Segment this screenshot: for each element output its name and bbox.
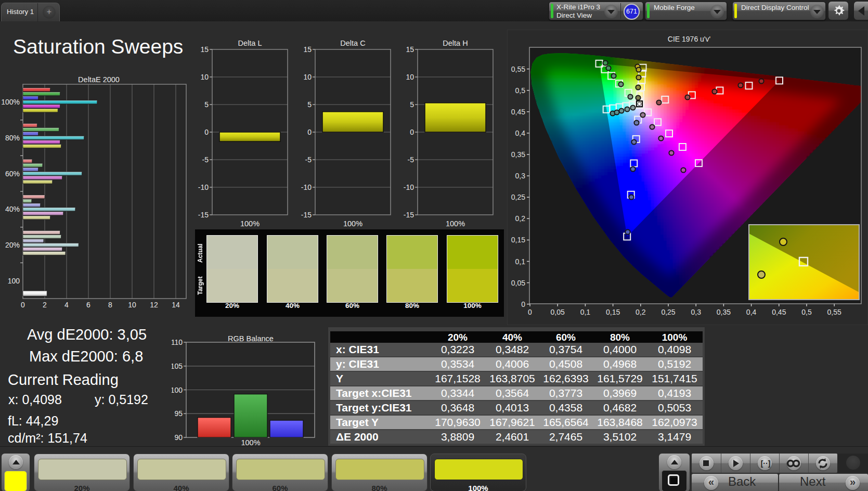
- svg-text:-15: -15: [198, 211, 209, 219]
- svg-text:0,05: 0,05: [551, 308, 565, 316]
- svg-text:100%: 100%: [241, 438, 260, 447]
- svg-text:0,25: 0,25: [661, 308, 675, 316]
- svg-text:-5: -5: [408, 156, 414, 164]
- svg-text:DeltaE 2000: DeltaE 2000: [78, 75, 120, 84]
- svg-text:-15: -15: [404, 211, 414, 219]
- svg-text:2: 2: [43, 301, 47, 309]
- svg-text:0,55: 0,55: [827, 308, 841, 316]
- svg-text:0,5: 0,5: [801, 308, 812, 316]
- svg-text:5: 5: [307, 100, 312, 109]
- svg-text:-5: -5: [305, 156, 312, 164]
- svg-text:0,4: 0,4: [746, 308, 757, 316]
- svg-text:10: 10: [128, 301, 136, 309]
- svg-text:-15: -15: [301, 211, 312, 219]
- svg-text:0,4: 0,4: [515, 129, 526, 137]
- svg-text:0,25: 0,25: [511, 193, 525, 201]
- svg-text:15: 15: [200, 45, 209, 54]
- svg-text:0,2: 0,2: [515, 214, 526, 223]
- svg-text:RGB Balance: RGB Balance: [228, 334, 274, 343]
- svg-text:10: 10: [303, 73, 312, 81]
- svg-text:4: 4: [64, 301, 69, 309]
- svg-text:0: 0: [21, 301, 25, 309]
- svg-text:CIE 1976 u'v': CIE 1976 u'v': [668, 35, 710, 43]
- svg-text:0,15: 0,15: [511, 236, 525, 244]
- svg-text:0,05: 0,05: [511, 279, 525, 287]
- svg-text:0: 0: [410, 128, 414, 136]
- svg-text:0,35: 0,35: [717, 308, 731, 316]
- svg-text:105: 105: [172, 362, 183, 370]
- svg-text:0,5: 0,5: [515, 86, 526, 95]
- svg-text:20%: 20%: [5, 241, 20, 249]
- svg-text:Delta H: Delta H: [443, 39, 468, 47]
- svg-text:10: 10: [406, 73, 414, 81]
- svg-text:90: 90: [174, 433, 183, 442]
- svg-text:0,3: 0,3: [691, 308, 701, 316]
- svg-text:0: 0: [521, 300, 525, 308]
- svg-text:0,1: 0,1: [580, 308, 591, 316]
- svg-text:5: 5: [204, 100, 209, 109]
- svg-text:6: 6: [86, 301, 90, 309]
- svg-text:Delta L: Delta L: [238, 39, 262, 47]
- svg-text:8: 8: [108, 301, 112, 309]
- svg-text:100: 100: [8, 277, 20, 285]
- svg-text:15: 15: [406, 45, 414, 54]
- svg-text:0,55: 0,55: [511, 65, 525, 73]
- svg-text:0,2: 0,2: [636, 308, 646, 316]
- svg-text:110: 110: [172, 338, 183, 346]
- svg-text:12: 12: [150, 301, 158, 309]
- svg-text:10: 10: [200, 73, 209, 81]
- svg-text:100: 100: [172, 386, 183, 394]
- svg-text:100%: 100%: [240, 219, 260, 228]
- svg-text:95: 95: [174, 409, 183, 418]
- svg-text:-10: -10: [198, 183, 209, 191]
- svg-text:0,35: 0,35: [511, 150, 525, 159]
- svg-text:5: 5: [410, 100, 414, 109]
- svg-text:40%: 40%: [5, 205, 20, 213]
- svg-text:0: 0: [307, 128, 312, 136]
- svg-text:60%: 60%: [5, 170, 20, 178]
- svg-text:0,45: 0,45: [772, 308, 786, 316]
- svg-text:0: 0: [204, 128, 209, 136]
- svg-text:80%: 80%: [5, 134, 20, 142]
- svg-text:Delta C: Delta C: [340, 39, 365, 47]
- svg-text:100%: 100%: [1, 98, 20, 106]
- svg-text:-10: -10: [301, 183, 312, 191]
- svg-text:15: 15: [303, 45, 312, 54]
- svg-text:0,45: 0,45: [511, 108, 525, 116]
- svg-text:100%: 100%: [343, 219, 362, 228]
- svg-text:0,15: 0,15: [606, 308, 620, 316]
- svg-text:0,1: 0,1: [515, 257, 526, 266]
- svg-text:0: 0: [528, 308, 532, 316]
- svg-text:14: 14: [172, 301, 180, 309]
- svg-text:0,3: 0,3: [515, 172, 526, 180]
- svg-text:-5: -5: [202, 156, 209, 164]
- svg-text:100%: 100%: [446, 219, 465, 228]
- svg-text:-10: -10: [404, 183, 414, 191]
